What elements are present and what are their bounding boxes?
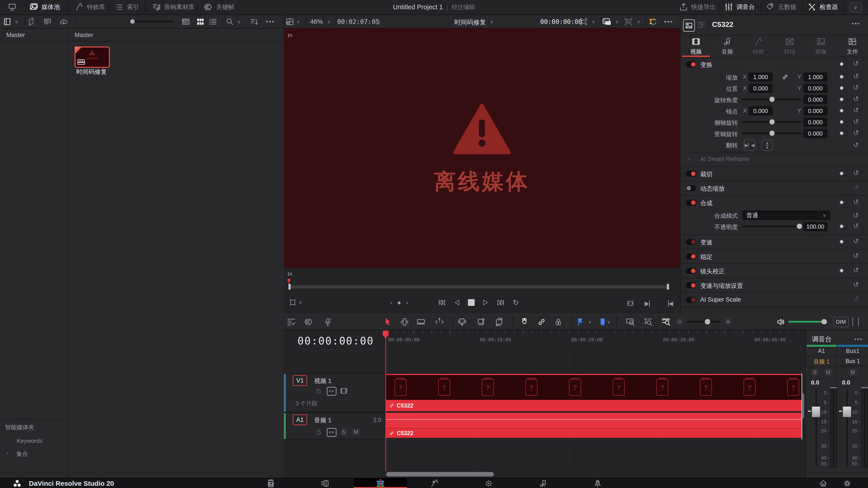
prev-edit-icon[interactable]: ▕◀ bbox=[664, 300, 673, 307]
timeline-horizontal-scrollbar[interactable] bbox=[386, 472, 494, 477]
scrubber-in-handle[interactable] bbox=[288, 284, 291, 290]
chevron-down-icon[interactable]: ∨ bbox=[15, 19, 18, 24]
selection-mode-button[interactable] bbox=[383, 317, 393, 327]
smart-bin-keywords[interactable]: Keywords bbox=[17, 437, 42, 445]
bin-tree-root[interactable]: Master bbox=[6, 32, 25, 39]
collections-header[interactable]: 集合 bbox=[16, 450, 28, 458]
ai-enhance-button[interactable] bbox=[648, 17, 657, 26]
keyframe-editor-button[interactable] bbox=[304, 317, 314, 327]
keyframe-icon[interactable]: ◆ bbox=[839, 119, 844, 125]
proxy-quality-button[interactable]: HQ bbox=[602, 17, 611, 26]
reset-icon[interactable]: ↺ bbox=[853, 95, 859, 103]
zoom-in-button[interactable]: + bbox=[725, 319, 731, 325]
slider-knob[interactable] bbox=[770, 97, 775, 102]
tab-inspector[interactable]: 检查器 bbox=[807, 0, 838, 14]
snapping-button[interactable] bbox=[520, 317, 529, 327]
slider-knob[interactable] bbox=[797, 224, 802, 229]
link-xy-icon[interactable] bbox=[782, 74, 788, 80]
chevron-down-icon[interactable]: ∨ bbox=[297, 19, 300, 24]
timeline-zoom-slider[interactable] bbox=[687, 321, 721, 322]
auto-select-button[interactable]: <> bbox=[327, 428, 336, 437]
zoom-full-extent-button[interactable] bbox=[625, 317, 635, 327]
lens-correction-toggle[interactable] bbox=[686, 268, 696, 274]
skip-start-icon[interactable] bbox=[438, 298, 446, 306]
reset-icon[interactable]: ↺ bbox=[853, 60, 859, 68]
viewer-zoom-level[interactable]: 46% bbox=[310, 18, 323, 25]
trim-edit-mode-button[interactable] bbox=[400, 317, 410, 327]
slider-knob[interactable] bbox=[130, 19, 135, 24]
mixer-options-button[interactable]: ••• bbox=[855, 336, 863, 343]
track-lock-button[interactable] bbox=[314, 428, 323, 436]
chevron-down-icon[interactable]: ∨ bbox=[607, 319, 611, 325]
chevron-right-icon[interactable]: › bbox=[6, 450, 8, 457]
timeline-ruler[interactable]: 00:00:00:0000:00:10:0000:00:20:0000:00:3… bbox=[386, 330, 802, 347]
reset-icon[interactable]: ↺ bbox=[853, 141, 859, 149]
channel-name[interactable]: Bus 1 bbox=[837, 356, 868, 366]
razor-edit-mode-button[interactable] bbox=[416, 317, 426, 327]
keyframe-icon[interactable]: ◆ bbox=[839, 107, 844, 113]
tab-metadata[interactable]: 元数据 bbox=[766, 0, 796, 14]
super-scale-toggle[interactable] bbox=[686, 297, 696, 303]
timeline-view-options-button[interactable] bbox=[286, 317, 296, 327]
reset-icon[interactable]: ↺ bbox=[853, 295, 859, 303]
composite-mode-select[interactable]: 普通 ∨ bbox=[742, 210, 830, 220]
smart-bins-header[interactable]: 智能媒体夹 bbox=[5, 423, 34, 431]
pitch-slider[interactable] bbox=[742, 121, 802, 123]
keyframe-icon[interactable]: ◆ bbox=[839, 61, 844, 67]
jog-control[interactable]: ‹ ● › bbox=[390, 299, 409, 306]
play-icon[interactable] bbox=[483, 299, 489, 306]
dynamic-trim-button[interactable] bbox=[434, 317, 444, 327]
insert-clip-button[interactable] bbox=[457, 317, 467, 327]
mute-button[interactable]: M bbox=[824, 368, 832, 376]
reset-icon[interactable]: ↺ bbox=[853, 129, 859, 137]
tab-mixer[interactable]: 调音台 bbox=[724, 0, 755, 14]
chevron-down-icon[interactable]: ∨ bbox=[637, 19, 640, 24]
tab-keyframes[interactable]: 关键帧 bbox=[204, 0, 235, 14]
solo-button[interactable]: S bbox=[811, 368, 819, 376]
keyframe-icon[interactable]: ◆ bbox=[839, 238, 844, 245]
search-button[interactable] bbox=[225, 17, 234, 26]
viewer-scrubber-bar[interactable] bbox=[289, 285, 669, 289]
reset-icon[interactable]: ↺ bbox=[853, 222, 859, 230]
tab-effects-library[interactable]: 特效库 bbox=[74, 0, 105, 14]
track-lock-button[interactable] bbox=[314, 387, 323, 395]
tab-effects[interactable]: 特效 bbox=[743, 35, 774, 57]
marker-button[interactable] bbox=[598, 317, 608, 327]
audio-clip[interactable]: C5322 bbox=[386, 413, 802, 438]
tab-sound-library[interactable]: 音响素材库 bbox=[152, 0, 195, 14]
reset-icon[interactable]: ↺ bbox=[853, 281, 859, 289]
audio-inspector-toggle[interactable] bbox=[696, 20, 707, 31]
scrubber-out-handle[interactable] bbox=[667, 284, 669, 290]
position-y-input[interactable]: 0.000 bbox=[803, 84, 827, 93]
fader-knob[interactable] bbox=[843, 406, 851, 417]
composite-toggle[interactable] bbox=[686, 200, 696, 205]
more-options-button[interactable]: ••• bbox=[266, 17, 275, 26]
yaw-input[interactable]: 0.000 bbox=[803, 129, 827, 138]
skip-end-icon[interactable] bbox=[497, 298, 505, 306]
view-list-button[interactable] bbox=[209, 17, 217, 26]
chevron-down-icon[interactable]: ∨ bbox=[237, 19, 241, 24]
viewer-crop-tool[interactable]: ∨ bbox=[289, 297, 298, 307]
zoom-detail-button[interactable] bbox=[643, 317, 653, 327]
quick-export-button[interactable]: 快捷导出 bbox=[679, 0, 716, 14]
stabilization-toggle[interactable] bbox=[686, 254, 696, 259]
project-home-button[interactable] bbox=[812, 478, 835, 488]
channel-level[interactable]: 0.0 bbox=[811, 379, 819, 386]
step-back-icon[interactable] bbox=[454, 299, 460, 306]
scale-x-input[interactable]: 1.000 bbox=[749, 72, 773, 82]
solo-button[interactable]: S bbox=[340, 428, 348, 436]
viewer-options-button[interactable]: ••• bbox=[664, 17, 673, 26]
chevron-right-icon[interactable]: › bbox=[688, 156, 690, 162]
section-ai-smart-reframe[interactable]: › AI Smart Reframe bbox=[680, 152, 868, 166]
chevron-down-icon[interactable]: ∨ bbox=[299, 300, 302, 305]
viewer-frame[interactable]: 离线媒体 bbox=[284, 29, 680, 268]
unlink-bins-button[interactable] bbox=[27, 17, 36, 26]
audio-monitor-button[interactable] bbox=[776, 317, 786, 327]
dim-audio-button[interactable]: DIM bbox=[833, 317, 849, 327]
opacity-input[interactable]: 100.00 bbox=[803, 222, 827, 231]
jump-next-icon[interactable] bbox=[287, 32, 293, 39]
replace-clip-button[interactable] bbox=[494, 317, 504, 327]
collapse-topbar-button[interactable]: ∨ bbox=[849, 2, 862, 12]
custom-zoom-button[interactable] bbox=[661, 317, 671, 327]
scale-y-input[interactable]: 1.000 bbox=[803, 72, 827, 82]
